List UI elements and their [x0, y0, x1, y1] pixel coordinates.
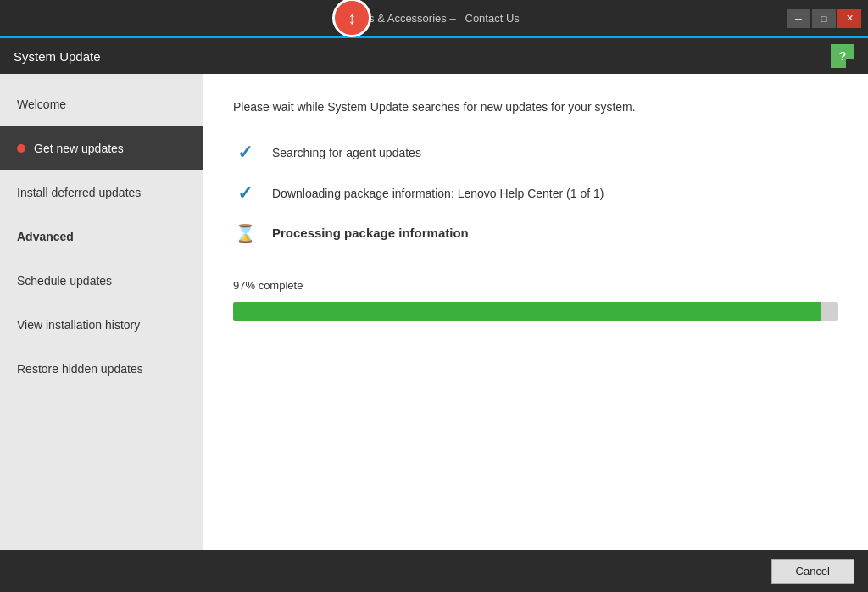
- title-bar: System Update ?: [0, 38, 868, 74]
- bottom-bar: Cancel: [0, 550, 868, 592]
- close-button[interactable]: ✕: [837, 9, 861, 28]
- sidebar-label-view-installation-history: View installation history: [17, 318, 140, 332]
- hourglass-icon: ⌛: [233, 223, 257, 243]
- sidebar-item-get-new-updates[interactable]: Get new updates: [0, 126, 203, 170]
- maximize-button[interactable]: □: [812, 9, 836, 28]
- status-item-agent-updates: ✓ Searching for agent updates: [233, 142, 838, 164]
- minimize-button[interactable]: ─: [787, 9, 810, 28]
- sidebar-item-view-installation-history[interactable]: View installation history: [0, 303, 203, 347]
- update-icon-circle: ↕: [332, 0, 371, 37]
- window-controls: ─ □ ✕: [787, 9, 861, 28]
- content-area: Welcome Get new updates Install deferred…: [0, 74, 868, 550]
- status-text-package-info: Downloading package information: Lenovo …: [272, 187, 604, 200]
- main-panel: Please wait while System Update searches…: [203, 74, 868, 550]
- active-dot-icon: [17, 144, 25, 153]
- sidebar: Welcome Get new updates Install deferred…: [0, 74, 203, 550]
- status-text-processing: Processing package information: [272, 226, 469, 240]
- progress-bar-container: [233, 302, 838, 321]
- progress-label: 97% complete: [233, 279, 838, 292]
- sidebar-label-install-deferred-updates: Install deferred updates: [17, 186, 141, 199]
- sidebar-label-schedule-updates: Schedule updates: [17, 274, 112, 288]
- sidebar-label-restore-hidden-updates: Restore hidden updates: [17, 362, 143, 376]
- status-item-processing: ⌛ Processing package information: [233, 223, 838, 243]
- checkmark-icon-2: ✓: [233, 182, 257, 204]
- window-title: System Update: [14, 49, 101, 64]
- sidebar-item-install-deferred-updates[interactable]: Install deferred updates: [0, 170, 203, 215]
- help-button[interactable]: ?: [831, 44, 854, 68]
- progress-section: 97% complete: [233, 279, 838, 321]
- update-arrows-icon: ↕: [348, 8, 356, 28]
- sidebar-item-restore-hidden-updates[interactable]: Restore hidden updates: [0, 347, 203, 391]
- sidebar-item-welcome[interactable]: Welcome: [0, 82, 203, 126]
- progress-bar-fill: [233, 302, 821, 321]
- main-window: System Update ? Welcome Get new updates …: [0, 38, 868, 592]
- checkmark-icon-1: ✓: [233, 142, 257, 164]
- help-icon: ?: [839, 49, 847, 63]
- status-item-package-info: ✓ Downloading package information: Lenov…: [233, 182, 838, 204]
- browser-bar-text: Parts & Accessories – Contact Us: [348, 12, 520, 25]
- browser-bar: ↕ Parts & Accessories – Contact Us ─ □ ✕: [0, 0, 868, 38]
- sidebar-label-welcome: Welcome: [17, 98, 66, 111]
- sidebar-item-schedule-updates[interactable]: Schedule updates: [0, 259, 203, 303]
- sidebar-label-advanced: Advanced: [17, 230, 74, 243]
- cancel-button[interactable]: Cancel: [771, 559, 854, 584]
- sidebar-item-advanced[interactable]: Advanced: [0, 215, 203, 259]
- sidebar-label-get-new-updates: Get new updates: [34, 142, 124, 155]
- main-description: Please wait while System Update searches…: [233, 99, 838, 116]
- status-text-agent-updates: Searching for agent updates: [272, 146, 421, 159]
